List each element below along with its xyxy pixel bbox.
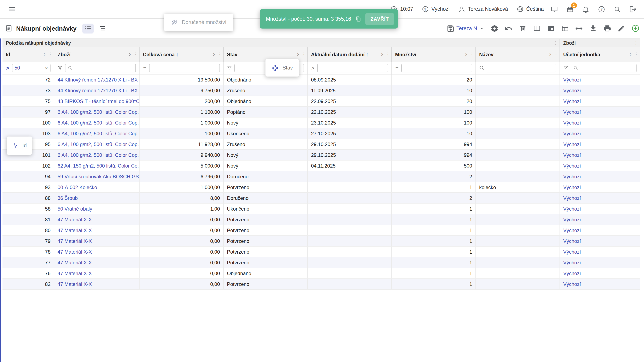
cell-zbozi-link[interactable]: 47 Materiál X-X <box>54 214 140 225</box>
filter-operator-greater[interactable]: > <box>6 65 10 71</box>
table-row[interactable]: 95 6 A4, 100 g/m2, 500 listů, Color Cop.… <box>2 139 640 150</box>
cell-ucetni-jednotka-link[interactable]: Výchozí <box>560 96 640 106</box>
table-row[interactable]: 80 47 Materiál X-X 0,00 Potvrzeno 1 Vých… <box>2 225 640 236</box>
cell-zbozi-link[interactable]: 50 Vratné obaly <box>54 203 140 214</box>
cell-zbozi-link[interactable]: 59 Vrtací šroubovák Aku BOSCH GS... <box>54 171 140 181</box>
cell-ucetni-jednotka-link[interactable]: Výchozí <box>560 74 640 85</box>
cell-ucetni-jednotka-link[interactable]: Výchozí <box>560 214 640 225</box>
datum-filter-input[interactable] <box>320 65 386 71</box>
nazev-filter-input[interactable] <box>489 65 554 71</box>
column-resize-handle[interactable]: ⋮ <box>470 52 474 57</box>
export-button[interactable] <box>588 24 598 33</box>
cell-zbozi-link[interactable]: 6 A4, 100 g/m2, 500 listů, Color Cop... <box>54 128 140 139</box>
print-button[interactable] <box>602 24 612 33</box>
filter-operator-equals[interactable]: = <box>142 65 147 71</box>
cell-zbozi-link[interactable]: 44 Klínový řemen 17x1270 X Li - BX ... <box>54 74 140 85</box>
band-resize-handle[interactable]: ⋮ <box>553 40 558 45</box>
table-row[interactable]: 97 6 A4, 100 g/m2, 500 listů, Color Cop.… <box>2 107 640 118</box>
clear-filter-icon[interactable]: × <box>45 65 48 71</box>
toast-close-button[interactable]: ZAVŘÍT <box>365 13 394 25</box>
mnozstvi-filter-input[interactable] <box>404 65 470 71</box>
table-row[interactable]: 101 6 A4, 100 g/m2, 500 listů, Color Cop… <box>2 150 640 161</box>
jednotka-filter-input[interactable] <box>580 65 634 71</box>
cena-filter-input[interactable] <box>152 65 218 71</box>
summary-sigma-button[interactable]: Σ <box>128 51 132 57</box>
column-header-mnozstvi[interactable]: Množství Σ ⋮ <box>392 47 476 62</box>
cell-ucetni-jednotka-link[interactable]: Výchozí <box>560 193 640 203</box>
cell-ucetni-jednotka-link[interactable]: Výchozí <box>560 279 640 289</box>
summary-sigma-button[interactable]: Σ <box>296 51 301 57</box>
table-row[interactable]: 94 59 Vrtací šroubovák Aku BOSCH GS... 6… <box>2 171 640 182</box>
table-row[interactable]: 82 47 Materiál X-X 0,00 Potvrzeno 1 Vých… <box>2 279 640 290</box>
summary-sigma-button[interactable]: Σ <box>42 51 47 57</box>
id-filter-input[interactable] <box>14 65 43 71</box>
table-row[interactable]: 93 00-A-002 Kolečko 1 000,00 Potvrzeno 1… <box>2 182 640 193</box>
filter-funnel-icon[interactable] <box>563 65 569 71</box>
whats-new-button[interactable]: 1 <box>564 4 575 14</box>
table-row[interactable]: 102 62 A4, 150 g/m2, 500 listů, Color Co… <box>2 161 640 171</box>
cell-ucetni-jednotka-link[interactable]: Výchozí <box>560 247 640 257</box>
pinned-column-chip[interactable]: Id <box>7 137 32 155</box>
settings-button[interactable] <box>490 24 499 33</box>
cell-ucetni-jednotka-link[interactable]: Výchozí <box>560 268 640 278</box>
hamburger-menu-button[interactable] <box>7 4 18 14</box>
cell-ucetni-jednotka-link[interactable]: Výchozí <box>560 257 640 268</box>
cell-ucetni-jednotka-link[interactable]: Výchozí <box>560 150 640 160</box>
add-record-button[interactable] <box>631 24 640 33</box>
column-header-ucetni-jednotka[interactable]: Účetní jednotka Σ ⋮ <box>560 47 640 62</box>
column-resize-handle[interactable]: ⋮ <box>554 52 558 57</box>
cell-zbozi-link[interactable]: 36 Šroub <box>54 193 140 203</box>
column-header-zbozi[interactable]: Zboží Σ ⋮ <box>54 47 140 62</box>
table-row[interactable]: 76 47 Materiál X-X 0,00 Objednáno 1 Vých… <box>2 268 640 279</box>
cell-zbozi-link[interactable]: 6 A4, 100 g/m2, 500 listů, Color Cop... <box>54 150 140 160</box>
view-toggle-flat-list[interactable] <box>82 23 94 33</box>
column-resize-handle[interactable]: ⋮ <box>218 52 222 57</box>
table-row[interactable]: 77 47 Materiál X-X 0,00 Potvrzeno 1 Vých… <box>2 257 640 268</box>
cell-ucetni-jednotka-link[interactable]: Výchozí <box>560 161 640 171</box>
logout-button[interactable] <box>628 4 638 14</box>
edit-button[interactable] <box>617 24 626 33</box>
filter-operator-equals[interactable]: = <box>395 65 399 71</box>
cell-zbozi-link[interactable]: 47 Materiál X-X <box>54 268 140 278</box>
summary-sigma-button[interactable]: Σ <box>628 51 633 57</box>
cell-zbozi-link[interactable]: 47 Materiál X-X <box>54 247 140 257</box>
table-row[interactable]: 78 47 Materiál X-X 0,00 Potvrzeno 1 Vých… <box>2 247 640 257</box>
column-header-datum-dodani[interactable]: Aktuální datum dodání ↑ Σ ⋮ <box>308 47 392 62</box>
band-resize-handle[interactable]: ⋮ <box>634 40 638 45</box>
filter-funnel-icon[interactable] <box>57 65 63 71</box>
table-row[interactable]: 103 6 A4, 100 g/m2, 500 listů, Color Cop… <box>2 128 640 139</box>
cell-ucetni-jednotka-link[interactable]: Výchozí <box>560 225 640 235</box>
currency-selector[interactable]: $ Výchozí <box>422 5 450 13</box>
display-settings-button[interactable] <box>549 4 560 14</box>
form-view-button[interactable] <box>560 24 570 33</box>
column-header-celkova-cena[interactable]: Celková cena ↓ Σ ⋮ <box>140 47 224 62</box>
summary-sigma-button[interactable]: Σ <box>212 51 216 57</box>
filter-operator-greater[interactable]: > <box>310 65 315 71</box>
copy-icon[interactable] <box>355 15 361 22</box>
cell-zbozi-link[interactable]: 43 BIRKOSIT - těsnící tmel do 900°C <box>54 96 140 106</box>
table-row[interactable]: 81 47 Materiál X-X 0,00 Potvrzeno 1 Vých… <box>2 214 640 225</box>
cell-zbozi-link[interactable]: 47 Materiál X-X <box>54 257 140 268</box>
table-row[interactable]: 79 47 Materiál X-X 0,00 Potvrzeno 1 Vých… <box>2 236 640 247</box>
detail-panel-button[interactable] <box>546 24 555 33</box>
column-resize-handle[interactable]: ⋮ <box>48 52 52 57</box>
cell-zbozi-link[interactable]: 6 A4, 100 g/m2, 500 listů, Color Cop... <box>54 107 140 117</box>
notifications-button[interactable] <box>580 4 591 14</box>
cell-ucetni-jednotka-link[interactable]: Výchozí <box>560 128 640 139</box>
cell-ucetni-jednotka-link[interactable]: Výchozí <box>560 107 640 117</box>
zbozi-filter-input[interactable] <box>74 65 133 71</box>
cell-zbozi-link[interactable]: 00-A-002 Kolečko <box>54 182 140 192</box>
filter-funnel-icon[interactable] <box>226 65 232 71</box>
cell-zbozi-link[interactable]: 6 A4, 100 g/m2, 500 listů, Color Cop... <box>54 118 140 128</box>
cell-ucetni-jednotka-link[interactable]: Výchozí <box>560 171 640 181</box>
cell-zbozi-link[interactable]: 47 Materiál X-X <box>54 236 140 246</box>
cell-ucetni-jednotka-link[interactable]: Výchozí <box>560 85 640 96</box>
column-resize-handle[interactable]: ⋮ <box>302 52 306 57</box>
cell-ucetni-jednotka-link[interactable]: Výchozí <box>560 236 640 246</box>
column-resize-handle[interactable]: ⋮ <box>386 52 390 57</box>
column-resize-handle[interactable]: ⋮ <box>133 52 138 57</box>
summary-sigma-button[interactable]: Σ <box>380 51 385 57</box>
undo-button[interactable] <box>504 24 513 33</box>
table-row[interactable]: 73 44 Klínový řemen 17x1270 X Li - BX ..… <box>2 85 640 96</box>
column-resize-handle[interactable]: ⋮ <box>634 52 638 57</box>
